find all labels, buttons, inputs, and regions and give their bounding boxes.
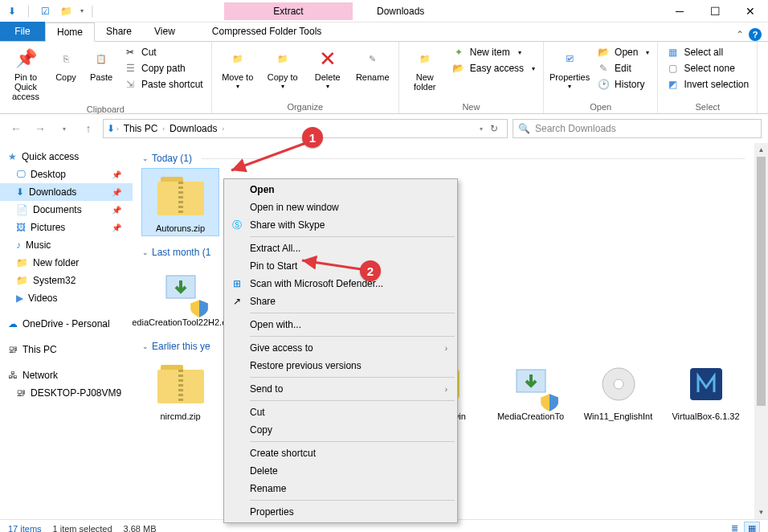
close-button[interactable]: ✕ — [733, 0, 768, 23]
nav-documents[interactable]: 📄Documents📌 — [0, 201, 133, 219]
vertical-scrollbar[interactable]: ▲ ▼ — [754, 143, 768, 519]
ctx-properties[interactable]: Properties — [226, 503, 455, 521]
ctx-extract-all[interactable]: Extract All... — [226, 239, 455, 257]
copy-to-button[interactable]: 📁Copy to▾ — [262, 45, 304, 92]
network-icon: 🖧 — [8, 370, 18, 381]
breadcrumb-downloads[interactable]: Downloads — [166, 123, 220, 134]
scroll-thumb[interactable] — [757, 157, 766, 406]
collapse-ribbon-icon[interactable]: ⌃ — [736, 29, 744, 40]
search-placeholder: Search Downloads — [535, 123, 616, 134]
recent-locations-button[interactable]: ▾ — [55, 119, 74, 138]
invert-selection-button[interactable]: ◩Invert selection — [663, 77, 752, 92]
search-box[interactable]: 🔍 Search Downloads — [513, 119, 762, 138]
properties-button[interactable]: 🗹Properties▾ — [549, 45, 590, 92]
down-arrow-icon[interactable]: ⬇ — [5, 4, 19, 18]
ctx-delete[interactable]: Delete — [226, 462, 455, 480]
folder-icon: 📁 — [16, 257, 28, 268]
help-icon[interactable]: ? — [749, 28, 762, 41]
share-tab[interactable]: Share — [95, 22, 143, 41]
pin-quick-access-button[interactable]: 📌Pin to Quick access — [5, 45, 47, 103]
defender-icon: ⊞ — [231, 277, 243, 290]
file-nircmd-zip[interactable]: nircmd.zip — [142, 357, 219, 424]
nav-network[interactable]: 🖧Network — [0, 366, 133, 384]
select-none-button[interactable]: ▢Select none — [663, 61, 752, 76]
ctx-copy[interactable]: Copy — [226, 421, 455, 439]
address-dropdown-icon[interactable]: ▾ — [480, 125, 483, 133]
scroll-down-icon[interactable]: ▼ — [754, 505, 768, 519]
folder-icon[interactable]: 📁 — [59, 4, 74, 18]
nav-music[interactable]: ♪Music — [0, 236, 133, 254]
scroll-up-icon[interactable]: ▲ — [754, 143, 768, 157]
back-button[interactable]: ← — [6, 119, 26, 138]
maximize-button[interactable]: ☐ — [697, 0, 733, 23]
nav-downloads[interactable]: ⬇Downloads📌 — [0, 183, 133, 201]
copy-path-button[interactable]: ☰Copy path — [121, 61, 206, 76]
ribbon-group-open: 🗹Properties▾ 📂Open▾ ✎Edit 🕑History Open — [544, 42, 658, 113]
new-folder-button[interactable]: 📁New folder — [404, 45, 446, 93]
chevron-right-icon[interactable]: › — [162, 125, 165, 133]
chevron-right-icon[interactable]: › — [222, 125, 224, 133]
nav-this-pc[interactable]: 🖳This PC — [0, 341, 133, 358]
move-to-button[interactable]: 📁Move to▾ — [217, 45, 259, 92]
ctx-open-new-window[interactable]: Open in new window — [226, 198, 455, 216]
share-icon: ↗ — [231, 295, 243, 308]
edit-button[interactable]: ✎Edit — [594, 61, 652, 76]
ctx-scan-defender[interactable]: ⊞Scan with Microsoft Defender... — [226, 275, 455, 293]
ctx-share-skype[interactable]: ⓈShare with Skype — [226, 216, 455, 234]
home-tab[interactable]: Home — [45, 23, 95, 42]
ctx-open[interactable]: Open — [226, 181, 455, 198]
nav-desktop[interactable]: 🖵Desktop📌 — [0, 166, 133, 183]
ctx-cut[interactable]: Cut — [226, 403, 455, 421]
details-view-button[interactable]: ≣ — [726, 522, 742, 533]
ctx-create-shortcut[interactable]: Create shortcut — [226, 444, 455, 462]
qat-dropdown-icon[interactable]: ▾ — [80, 7, 84, 14]
icons-view-button[interactable]: ▦ — [744, 522, 760, 533]
minimize-button[interactable]: ─ — [662, 0, 697, 23]
easy-access-button[interactable]: 📂Easy access▾ — [449, 61, 538, 76]
file-tab[interactable]: File — [0, 22, 45, 41]
checkbox-icon[interactable]: ☑ — [39, 4, 53, 18]
copy-button[interactable]: ⎘Copy — [50, 45, 82, 84]
ctx-rename[interactable]: Rename — [226, 480, 455, 497]
forward-button[interactable]: → — [31, 119, 50, 138]
chevron-right-icon[interactable]: › — [116, 125, 119, 133]
pin-icon: 📌 — [14, 47, 38, 71]
contextual-tab-extract[interactable]: Extract — [224, 2, 353, 20]
delete-button[interactable]: ✕Delete▾ — [307, 45, 349, 92]
file-media-creation-2[interactable]: MediaCreationTo — [492, 357, 569, 424]
paste-shortcut-button[interactable]: ⇲Paste shortcut — [121, 77, 206, 92]
compressed-tools-tab[interactable]: Compressed Folder Tools — [201, 22, 333, 41]
nav-pictures[interactable]: 🖼Pictures📌 — [0, 219, 133, 236]
nav-onedrive[interactable]: ☁OneDrive - Personal — [0, 315, 133, 333]
ctx-open-with[interactable]: Open with... — [226, 316, 455, 334]
refresh-button[interactable]: ↻ — [484, 123, 504, 134]
new-item-button[interactable]: ✦New item▾ — [449, 45, 538, 59]
breadcrumb-this-pc[interactable]: This PC — [121, 123, 161, 134]
ctx-share[interactable]: ↗Share — [226, 293, 455, 310]
ctx-give-access[interactable]: Give access to› — [226, 339, 455, 357]
open-button[interactable]: 📂Open▾ — [594, 45, 652, 59]
file-label: Win11_EnglishInt — [584, 411, 653, 422]
nav-quick-access[interactable]: ★Quick access — [0, 148, 133, 166]
shortcut-icon: ⇲ — [124, 78, 137, 91]
nav-videos[interactable]: ▶Videos — [0, 289, 133, 307]
easy-access-icon: 📂 — [452, 62, 465, 75]
nav-new-folder[interactable]: 📁New folder — [0, 254, 133, 272]
ctx-send-to[interactable]: Send to› — [226, 380, 455, 398]
cut-button[interactable]: ✂Cut — [121, 45, 206, 59]
callout-2: 2 — [360, 260, 381, 281]
paste-button[interactable]: 📋Paste — [85, 45, 117, 84]
view-tab[interactable]: View — [143, 22, 186, 41]
rename-button[interactable]: ✎Rename — [352, 45, 394, 84]
ctx-restore-versions[interactable]: Restore previous versions — [226, 357, 455, 374]
context-menu: Open Open in new window ⓈShare with Skyp… — [223, 178, 458, 523]
file-media-creation-tool[interactable]: MediaCreationTool22H2.exe — [142, 263, 219, 329]
nav-system32[interactable]: 📁System32 — [0, 272, 133, 289]
history-button[interactable]: 🕑History — [594, 77, 652, 92]
file-win11-iso[interactable]: Win11_EnglishInt — [580, 357, 656, 424]
file-autoruns-zip[interactable]: Autoruns.zip — [142, 169, 219, 235]
nav-computer[interactable]: 🖳DESKTOP-PJ08VM9 — [0, 384, 133, 402]
select-all-button[interactable]: ▦Select all — [663, 45, 752, 59]
up-button[interactable]: ↑ — [79, 119, 98, 138]
file-virtualbox[interactable]: VirtualBox-6.1.32 — [668, 357, 744, 424]
